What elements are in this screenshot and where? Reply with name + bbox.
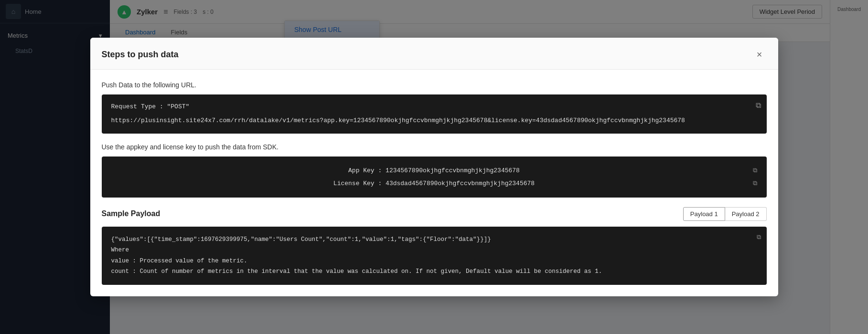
app-key-line: App Key : 1234567890okjhgfccvbnmghjkjhg2… <box>348 167 520 174</box>
copy-payload-icon[interactable]: ⧉ <box>757 232 761 243</box>
copy-licensekey-icon[interactable]: ⧉ <box>753 180 757 187</box>
payload-line2: Where <box>111 245 757 256</box>
modal-title: Steps to push data <box>102 50 179 60</box>
modal-body: Push Data to the following URL. ⧉ Reques… <box>90 70 778 296</box>
payload-code-block: ⧉ {"values":[{"time_stamp":1697629399975… <box>102 227 767 285</box>
modal-overlay[interactable]: Steps to push data × Push Data to the fo… <box>0 0 868 334</box>
copy-url-icon[interactable]: ⧉ <box>756 100 761 113</box>
url-code-block: ⧉ Request Type : "POST" https://plusinsi… <box>102 94 767 134</box>
sdk-code-block: App Key : 1234567890okjhgfccvbnmghjkjhg2… <box>102 157 767 198</box>
payload-tab-2[interactable]: Payload 2 <box>725 207 767 221</box>
app-key-row: App Key : 1234567890okjhgfccvbnmghjkjhg2… <box>111 164 757 177</box>
payload-line3: value : Processed value of the metric. <box>111 256 757 267</box>
license-key-row: License Key : 43dsdad4567890okjhgfccvbnm… <box>111 177 757 190</box>
payload-tab-1[interactable]: Payload 1 <box>683 207 725 221</box>
sample-payload-title: Sample Payload <box>102 209 161 218</box>
sample-payload-header: Sample Payload Payload 1 Payload 2 <box>102 207 767 221</box>
copy-appkey-icon[interactable]: ⧉ <box>753 167 757 174</box>
license-key-line: License Key : 43dsdad4567890okjhgfccvbnm… <box>333 180 535 187</box>
url-line: https://plusinsight.site24x7.com/rrh/dat… <box>111 116 757 126</box>
payload-line1: {"values":[{"time_stamp":1697629399975,"… <box>111 234 757 245</box>
section1-label: Push Data to the following URL. <box>102 81 767 89</box>
payload-line4: count : Count of number of metrics in th… <box>111 266 757 277</box>
steps-modal: Steps to push data × Push Data to the fo… <box>90 38 778 296</box>
modal-header: Steps to push data × <box>90 38 778 70</box>
payload-tabs: Payload 1 Payload 2 <box>683 207 767 221</box>
section2-label: Use the appkey and license key to push t… <box>102 143 767 151</box>
close-button[interactable]: × <box>752 47 767 62</box>
request-type-line: Request Type : "POST" <box>111 102 757 112</box>
